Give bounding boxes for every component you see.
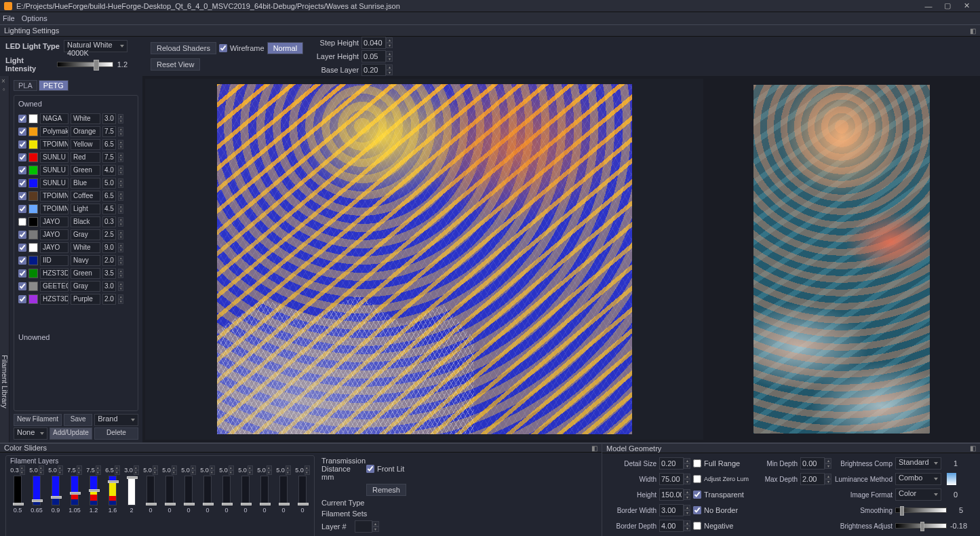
filament-value[interactable]: 2.5	[102, 229, 116, 240]
layer-top-value[interactable]: 5.0▴▾	[295, 466, 310, 474]
value-spinner[interactable]: ▴▾	[118, 243, 123, 252]
reference-image[interactable]	[753, 85, 930, 434]
layer-slider[interactable]	[71, 476, 79, 505]
layer-slider[interactable]	[241, 476, 250, 505]
reload-shaders-button[interactable]: Reload Shaders	[151, 42, 216, 54]
filament-checkbox[interactable]	[18, 244, 26, 252]
layer-slider[interactable]	[90, 476, 98, 505]
filament-brand[interactable]: IID Max3D	[40, 255, 68, 266]
value-spinner[interactable]: ▴▾	[118, 127, 123, 136]
value-spinner[interactable]: ▴▾	[118, 140, 123, 149]
filament-value[interactable]: 2.0	[102, 255, 116, 266]
layer-top-value[interactable]: 5.0▴▾	[276, 466, 291, 474]
layer-slider[interactable]	[33, 476, 41, 505]
filament-checkbox[interactable]	[18, 128, 26, 136]
value-spinner[interactable]: ▴▾	[118, 178, 123, 188]
filament-brand[interactable]: TPOIMNS	[40, 191, 68, 202]
filament-color[interactable]: Navy Blue	[71, 255, 100, 266]
swatch[interactable]	[28, 191, 38, 201]
remesh-button[interactable]: Remesh	[366, 484, 406, 496]
filament-checkbox[interactable]	[18, 153, 26, 161]
luminance-combo[interactable]: Combo	[895, 473, 941, 485]
no-border-checkbox[interactable]: No Border	[693, 506, 738, 514]
transparent-checkbox[interactable]: Transparent	[693, 491, 744, 499]
swatch[interactable]	[28, 243, 38, 252]
tab-pla[interactable]: PLA	[14, 80, 37, 91]
layer-top-value[interactable]: 5.0▴▾	[200, 466, 215, 474]
wireframe-checkbox[interactable]: Wireframe	[219, 44, 264, 52]
filament-color[interactable]: Green	[71, 165, 100, 176]
normal-button[interactable]: Normal	[267, 42, 303, 54]
negative-checkbox[interactable]: Negative	[693, 522, 733, 530]
brightness-adjust-slider[interactable]	[895, 523, 947, 529]
layer-num-input[interactable]: ▴▾	[355, 520, 379, 533]
filament-value[interactable]: 3.5	[102, 268, 116, 279]
layer-height-input[interactable]: ▴▾	[361, 50, 393, 62]
swatch[interactable]	[28, 294, 38, 304]
value-spinner[interactable]: ▴▾	[118, 114, 123, 123]
filament-library-tab[interactable]: × ⬨ Filament Library	[0, 76, 9, 442]
layer-slider[interactable]	[222, 476, 231, 505]
min-depth-input[interactable]: ▴▾	[800, 457, 831, 470]
base-layer-input[interactable]: ▴▾	[361, 64, 393, 76]
value-spinner[interactable]: ▴▾	[118, 294, 123, 304]
filament-color[interactable]: Gray	[71, 281, 100, 292]
value-spinner[interactable]: ▴▾	[118, 204, 123, 214]
minimize-button[interactable]: —	[919, 1, 938, 12]
none-combo[interactable]: None	[14, 427, 47, 440]
width-input[interactable]: ▴▾	[659, 473, 690, 485]
filament-brand[interactable]: TPOIMNS	[40, 139, 68, 150]
layer-top-value[interactable]: 3.0▴▾	[124, 466, 139, 474]
layer-top-value[interactable]: 5.0▴▾	[48, 466, 63, 474]
filament-value[interactable]: 3.0	[102, 113, 116, 124]
filament-color[interactable]: Gray	[71, 229, 100, 240]
layer-slider[interactable]	[14, 476, 22, 505]
filament-brand[interactable]: TPOIMNS	[40, 204, 68, 214]
maximize-button[interactable]: ▢	[938, 1, 957, 12]
value-spinner[interactable]: ▴▾	[118, 191, 123, 201]
layer-slider[interactable]	[203, 476, 212, 505]
filament-checkbox[interactable]	[18, 115, 26, 123]
smoothing-slider[interactable]	[895, 508, 947, 513]
layer-top-value[interactable]: 5.0▴▾	[238, 466, 253, 474]
swatch[interactable]	[28, 230, 38, 240]
layer-slider[interactable]	[279, 476, 288, 505]
layer-slider[interactable]	[260, 476, 269, 505]
filament-brand[interactable]: NAGA	[40, 113, 68, 124]
brand-combo[interactable]: Brand	[94, 414, 138, 426]
filament-color[interactable]: Green	[71, 268, 100, 279]
filament-brand[interactable]: JAYO	[40, 229, 68, 240]
filament-value[interactable]: 7.5	[102, 126, 116, 137]
filament-brand[interactable]: JAYO	[40, 242, 68, 253]
filament-checkbox[interactable]	[18, 218, 26, 226]
image-format-combo[interactable]: Color	[895, 489, 941, 501]
reset-view-button[interactable]: Reset View	[151, 58, 200, 71]
save-filament-button[interactable]: Save	[64, 414, 92, 426]
filament-color[interactable]: White	[71, 113, 100, 124]
close-button[interactable]: ✕	[957, 1, 976, 12]
undock-icon[interactable]: ⬨	[2, 85, 5, 92]
layer-top-value[interactable]: 0.3▴▾	[10, 466, 25, 474]
full-range-checkbox[interactable]: Full Range	[693, 459, 740, 467]
filament-color[interactable]: Blue	[71, 178, 100, 189]
border-depth-input[interactable]: ▴▾	[659, 520, 690, 532]
layer-top-value[interactable]: 7.5▴▾	[67, 466, 82, 474]
new-filament-button[interactable]: New Filament	[14, 414, 62, 426]
front-lit-checkbox[interactable]: Front Lit	[366, 465, 404, 473]
light-intensity-slider[interactable]	[57, 62, 113, 67]
filament-value[interactable]: 3.0	[102, 281, 116, 292]
swatch[interactable]	[28, 166, 38, 175]
layer-slider[interactable]	[109, 476, 117, 505]
swatch[interactable]	[28, 269, 38, 278]
filament-value[interactable]: 6.5	[102, 139, 116, 150]
adjust-zero-checkbox[interactable]: Adjust Zero Lum	[693, 475, 749, 483]
filament-value[interactable]: 4.0	[102, 165, 116, 176]
layer-top-value[interactable]: 6.5▴▾	[105, 466, 120, 474]
filament-checkbox[interactable]	[18, 179, 26, 187]
height-input[interactable]: ▴▾	[659, 489, 690, 501]
layer-top-value[interactable]: 5.0▴▾	[143, 466, 158, 474]
filament-brand[interactable]: GEETECH	[40, 281, 68, 292]
filament-color[interactable]: Orange	[71, 126, 100, 137]
filament-checkbox[interactable]	[18, 166, 26, 174]
step-height-input[interactable]: ▴▾	[361, 37, 393, 49]
